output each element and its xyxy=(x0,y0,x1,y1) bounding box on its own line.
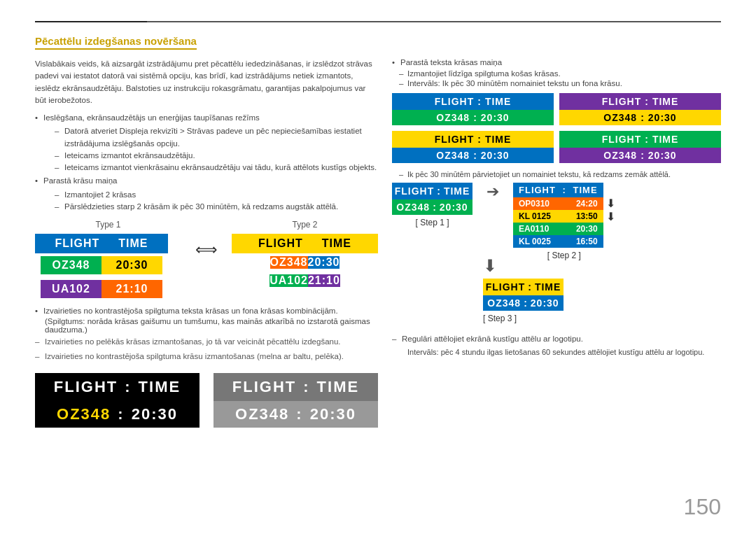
schedule-row-3: EA0110 20:30 xyxy=(513,223,603,235)
sub-item-1a: Datorā atveriet Displeja rekvizīti > Str… xyxy=(55,125,378,150)
lb1-row-left: OZ348 xyxy=(57,405,111,423)
large-board-2-header: FLIGHT : TIME xyxy=(214,373,378,401)
notes-section: • Izvairieties no kontrastējoša spilgtum… xyxy=(35,307,378,363)
step1-block: FLIGHT : TIME OZ348 : 20:30 [ Step 1 ] xyxy=(392,183,472,227)
lb2-row-right: 20:30 xyxy=(310,405,356,423)
lb1-time: TIME xyxy=(139,378,181,396)
type2-header-sep xyxy=(309,237,316,250)
type2-block: Type 2 FLIGHT TIME OZ348 20:30 UA102 xyxy=(232,220,378,290)
mb1-flight: FLIGHT xyxy=(435,96,475,107)
schedule-header: FLIGHT : TIME xyxy=(513,183,603,197)
right-dash-2: Intervāls: Ik pēc 30 minūtēm nomainiet t… xyxy=(392,79,721,87)
step1-row: OZ348 : 20:30 xyxy=(392,199,472,215)
type1-header-time: TIME xyxy=(118,237,148,250)
mb4-sep: : xyxy=(645,134,649,145)
bullet-list-1: Ieslēgšana, ekrānsaudzētājs un enerģijas… xyxy=(35,112,378,213)
note3: Izvairieties no kontrastējoša spilgtuma … xyxy=(35,351,378,363)
lb2-colon: : xyxy=(303,378,309,396)
mb4-time: TIME xyxy=(652,134,678,145)
step2-label: [ Step 2 ] xyxy=(547,251,581,260)
type1-row2-left: UA102 xyxy=(41,280,102,298)
mb3-flight: FLIGHT xyxy=(435,134,475,145)
step3-label: [ Step 3 ] xyxy=(483,314,517,323)
lb2-flight: FLIGHT xyxy=(232,378,296,396)
step1-header: FLIGHT : TIME xyxy=(392,183,472,199)
step3-arrow-down: ⬇ xyxy=(483,256,497,276)
right-column: Parastā teksta krāsas maiņa Izmantojiet … xyxy=(392,58,721,428)
double-down-arrows: ⬇ ⬇ xyxy=(606,197,615,223)
lb2-time: TIME xyxy=(317,378,360,396)
mb1-row-left: OZ348 xyxy=(436,112,470,123)
s3-row-right: 20:30 xyxy=(531,297,559,309)
large-board-2: FLIGHT : TIME OZ348 : 20:30 xyxy=(214,373,378,428)
step1-label: [ Step 1 ] xyxy=(415,218,449,227)
steps-container: FLIGHT : TIME OZ348 : 20:30 [ Step 1 ] ➔ xyxy=(392,183,721,260)
sub-item-2a: Izmantojiet 2 krāsas xyxy=(55,189,378,201)
type2-row1-right: 20:30 xyxy=(308,256,340,269)
step3-header: FLIGHT : TIME xyxy=(483,279,564,295)
main-content: Vislabākais veids, kā aizsargāt izstrādā… xyxy=(35,58,721,428)
mb1-header: FLIGHT : TIME xyxy=(392,93,554,110)
s1-flight: FLIGHT xyxy=(395,185,435,197)
note1: • Izvairieties no kontrastējoša spilgtum… xyxy=(35,307,378,315)
mb4-flight: FLIGHT xyxy=(602,134,642,145)
section-heading: Pēcattēlu izdegšanas novēršana xyxy=(35,35,197,50)
s3-row-sep: : xyxy=(524,297,528,309)
step2-block: FLIGHT : TIME OP0310 24:20 KL 0125 xyxy=(513,183,615,260)
type1-row1-right: 20:30 xyxy=(102,256,162,274)
mb3-row-right: 20:30 xyxy=(481,150,510,161)
top-divider xyxy=(35,21,721,22)
mb4-row-left: OZ348 xyxy=(603,150,637,161)
large-board-2-row: OZ348 : 20:30 xyxy=(214,401,378,428)
step3-section: ⬇ FLIGHT : TIME OZ348 : 20:30 [ Step 3 ] xyxy=(483,253,721,323)
type1-header-flight: FLIGHT xyxy=(55,237,100,250)
mb2-header: FLIGHT : TIME xyxy=(559,93,721,110)
mb3-row: OZ348 : 20:30 xyxy=(392,148,554,163)
left-column: Vislabākais veids, kā aizsargāt izstrādā… xyxy=(35,58,378,428)
bullet-item-2: Parastā krāsu maiņa Izmantojiet 2 krāsas… xyxy=(35,175,378,213)
sub-list-1: Datorā atveriet Displeja rekvizīti > Str… xyxy=(43,125,378,174)
s3-time: TIME xyxy=(535,281,561,293)
schedule-row-4: KL 0025 16:50 xyxy=(513,235,603,248)
mini-board-1: FLIGHT : TIME OZ348 : 20:30 xyxy=(392,93,554,125)
step-arrow-right: ➔ xyxy=(486,183,499,215)
footer-note-1: Regulāri attēlojiet ekrānā kustīgu attēl… xyxy=(392,333,721,345)
lb1-flight: FLIGHT xyxy=(54,378,118,396)
mb2-flight: FLIGHT xyxy=(602,96,642,107)
mb3-header: FLIGHT : TIME xyxy=(392,131,554,148)
mb2-time: TIME xyxy=(652,96,678,107)
lb1-row-right: 20:30 xyxy=(132,405,178,423)
mb2-sep: : xyxy=(645,96,649,107)
sub-item-2b: Pārslēdzieties starp 2 krāsām ik pēc 30 … xyxy=(55,201,378,213)
mb2-row-sep: : xyxy=(640,112,645,123)
s1-sep: : xyxy=(437,185,441,197)
schedule-row-2: KL 0125 13:50 xyxy=(513,210,603,223)
s3-sep: : xyxy=(528,281,532,293)
lb2-row-colon: : xyxy=(296,405,302,423)
four-boards: FLIGHT : TIME OZ348 : 20:30 FLIGHT : xyxy=(392,93,721,163)
s3-row-left: OZ348 xyxy=(487,297,521,309)
type1-label: Type 1 xyxy=(35,220,181,230)
large-boards-section: FLIGHT : TIME OZ348 : 20:30 FLIGHT : xyxy=(35,373,378,428)
type2-row1: OZ348 20:30 xyxy=(232,253,378,272)
step2-inner: FLIGHT : TIME OP0310 24:20 KL 0125 xyxy=(513,183,615,248)
type2-row2: UA102 21:10 xyxy=(232,272,378,290)
bullet-item-1: Ieslēgšana, ekrānsaudzētājs un enerģijas… xyxy=(35,112,378,174)
step3-row: OZ348 : 20:30 xyxy=(483,295,564,311)
step2-schedule: FLIGHT : TIME OP0310 24:20 KL 0125 xyxy=(513,183,603,248)
step1-board: FLIGHT : TIME OZ348 : 20:30 xyxy=(392,183,472,215)
s1-row-sep: : xyxy=(433,202,437,213)
note1b: (Spilgtums: norāda krāsas gaišumu un tum… xyxy=(35,317,378,334)
s1-row-right: 20:30 xyxy=(440,202,468,213)
large-board-1-header: FLIGHT : TIME xyxy=(35,373,200,401)
mb2-row-right: 20:30 xyxy=(648,112,677,123)
notes-list: • Izvairieties no kontrastējoša spilgtum… xyxy=(35,307,378,363)
type2-board: FLIGHT TIME OZ348 20:30 UA102 21:10 xyxy=(232,234,378,290)
step3-board: FLIGHT : TIME OZ348 : 20:30 xyxy=(483,279,564,311)
type2-header: FLIGHT TIME xyxy=(232,234,378,253)
mb3-sep: : xyxy=(477,134,482,145)
mb1-row-sep: : xyxy=(473,112,477,123)
footer-notes: Regulāri attēlojiet ekrānā kustīgu attēl… xyxy=(392,333,721,356)
intro-text: Vislabākais veids, kā aizsargāt izstrādā… xyxy=(35,58,378,106)
type-section: Type 1 FLIGHT TIME OZ348 20:30 UA102 xyxy=(35,220,378,301)
